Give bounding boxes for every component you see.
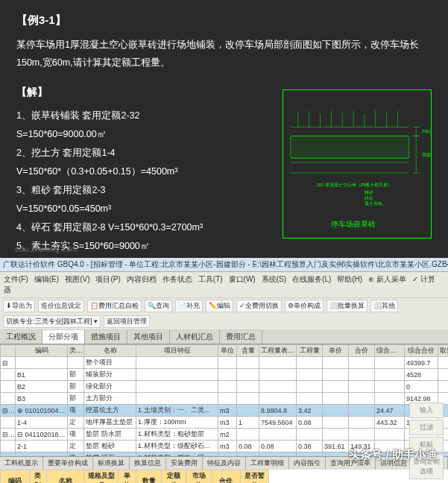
- menu-item[interactable]: 窗口(W): [229, 275, 256, 283]
- tab[interactable]: 费用汇总: [220, 330, 262, 344]
- tool-button[interactable]: 返回项目管理: [104, 315, 150, 328]
- tool-button[interactable]: ⬜其他: [370, 300, 398, 312]
- tool-dropdown[interactable]: 切换专业:三类专业[园林工程] ▾: [3, 315, 101, 328]
- bottom-tab[interactable]: 重要单价构成: [43, 457, 93, 470]
- col-header[interactable]: 定额价: [162, 470, 186, 484]
- tool-button[interactable]: ✏️编辑: [206, 300, 233, 312]
- main-grid[interactable]: 编码类别名称项目特征单位含量工程量表达式工程量单价合价综合单价综合合价取费专业单…: [0, 344, 448, 456]
- col-header[interactable]: 单位: [119, 470, 136, 484]
- col-header[interactable]: 类别: [29, 470, 46, 484]
- menu-item[interactable]: 在线服务(L): [292, 275, 331, 283]
- menu-item[interactable]: 文件(F): [4, 275, 28, 283]
- col-header[interactable]: 单位: [218, 345, 237, 357]
- title-bar: 广联达计价软件 GBQ4.0 - [招标管理 - 单位工程:北京市某某小区-园建…: [0, 258, 448, 272]
- col-header[interactable]: 数量: [136, 470, 162, 484]
- layer-label: 150 厚混凝土空心砖（内嵌土植草皮）: [317, 182, 393, 188]
- svg-rect-2: [291, 136, 408, 158]
- example-title: 【例3-1】: [16, 13, 432, 28]
- side-panel: 输入 过滤 粘贴 查询定制选项: [408, 401, 445, 481]
- col-header[interactable]: 综合单价: [375, 345, 405, 357]
- menu-item[interactable]: 项目(P): [95, 275, 120, 283]
- bottom-tab[interactable]: 特征及内容: [203, 457, 246, 470]
- watermark: edu.zhulong.com: [15, 244, 78, 253]
- col-header[interactable]: [1, 345, 16, 357]
- tool-button[interactable]: 造价位息设定: [38, 300, 84, 312]
- menu-item[interactable]: 内容归档: [127, 275, 157, 283]
- tab[interactable]: 分部分项: [42, 330, 85, 344]
- table-row[interactable]: B1部辅装部分4528[园林绿化工程]: [1, 369, 449, 381]
- col-header[interactable]: 含量: [237, 345, 259, 357]
- menu-bar[interactable]: 文件(F)编辑(E)视图(V)项目(P)内容归档作务状态工具(T)窗口(W)系统…: [0, 272, 448, 298]
- layer-label: 碎石: [364, 195, 373, 201]
- table-row[interactable]: ⊟整个项目49399.7: [1, 357, 449, 369]
- table-row[interactable]: B2部绿化部分0[园林绿化工程]: [1, 381, 449, 393]
- side-button[interactable]: 输入: [409, 402, 444, 418]
- col-header[interactable]: 市场价: [186, 470, 211, 484]
- bottom-tab[interactable]: 换算信息: [130, 457, 166, 470]
- col-header[interactable]: 单价: [323, 345, 349, 357]
- col-header[interactable]: 编码: [16, 345, 68, 357]
- menu-item[interactable]: 视图(V): [65, 275, 89, 283]
- col-header[interactable]: 名称: [84, 345, 136, 357]
- soln-line: 5、素土夯实 S=150*60=9000㎡: [16, 237, 432, 256]
- author-credit: 头条号 / 助手小迪: [349, 448, 437, 462]
- problem-text: 某停车场用1厚混凝土空心嵌草砖进行场地铺装，改停车场局部剖面图如下图所示，改停车…: [16, 37, 432, 72]
- table-row[interactable]: ⊟ 1⊕ 010101004001项挖基坑土方1.土壤类别：一、二类土 2.挖土…: [1, 405, 449, 417]
- tool-button[interactable]: 📋费用汇总自检: [87, 300, 142, 312]
- layer-label: 粗砂: [365, 190, 373, 195]
- bottom-tab[interactable]: 内容指引: [289, 457, 326, 470]
- tool-button[interactable]: ⚙单价构成: [285, 300, 324, 312]
- tool-button[interactable]: ⬜批量换算: [326, 300, 367, 312]
- layer-label: 素土夯实: [365, 201, 382, 206]
- dim-label: 50|150: [422, 129, 431, 133]
- bottom-tab[interactable]: 标准换算: [93, 457, 130, 470]
- bottom-tab[interactable]: 安装费用: [166, 457, 203, 470]
- tab[interactable]: 人材机汇总: [170, 330, 220, 344]
- menu-item[interactable]: 帮助(H): [337, 275, 362, 283]
- tool-button[interactable]: ⬇导出为: [3, 300, 35, 312]
- main-tabs: 工程概况分部分项措施项目其他项目人材机汇总费用汇总: [0, 330, 448, 344]
- menu-item[interactable]: ⊕ 新人采单: [368, 275, 406, 283]
- col-header[interactable]: 工程量表达式: [259, 345, 297, 357]
- col-header[interactable]: 名称: [46, 470, 85, 484]
- table-row[interactable]: ⊟ 2⊟ 041102018001项垫层 防水层1.材料类型：粗砂垫层m2[园林…: [1, 429, 449, 441]
- col-header[interactable]: 规格及型号: [85, 470, 119, 484]
- col-header[interactable]: 工程量: [297, 345, 323, 357]
- tab[interactable]: 工程概况: [0, 330, 42, 344]
- menu-item[interactable]: 作务状态: [163, 275, 192, 283]
- col-header[interactable]: 类别: [68, 345, 84, 357]
- col-header[interactable]: 编码: [1, 470, 30, 484]
- col-header[interactable]: 合价: [211, 470, 241, 484]
- col-header[interactable]: 取费专业: [438, 345, 449, 357]
- col-header[interactable]: 项目特征: [136, 345, 218, 357]
- diagram-caption: 停车场嵌草砖: [331, 220, 376, 228]
- toolbar: ⬇导出为造价位息设定📋费用汇总自检🔍查询📄补充✏️编辑✓全费用切换⚙单价构成⬜批…: [0, 298, 448, 330]
- menu-item[interactable]: 系统(S): [262, 275, 286, 283]
- menu-item[interactable]: 工具(T): [198, 275, 223, 283]
- tab[interactable]: 其他项目: [127, 330, 170, 344]
- tool-button[interactable]: 📄补充: [175, 300, 203, 312]
- table-row[interactable]: B3部土方部分9142.98[园林绿化工程]: [1, 393, 449, 405]
- col-header[interactable]: 合价: [349, 345, 375, 357]
- bottom-tab[interactable]: 工料机显示: [0, 457, 43, 470]
- tab[interactable]: 措施项目: [85, 330, 127, 344]
- side-button[interactable]: 过滤: [409, 420, 444, 435]
- col-header[interactable]: 是否暂估: [241, 470, 269, 484]
- tool-button[interactable]: ✓全费用切换: [236, 300, 282, 312]
- table-row[interactable]: 1-4定地坪厚基土垫层1.厚度：100mmm317549.56040.08443…: [1, 417, 449, 429]
- col-header[interactable]: 综合合价: [405, 345, 438, 357]
- dim-label: 300: [422, 152, 431, 157]
- menu-item[interactable]: 编辑(E): [34, 275, 59, 283]
- bottom-tab[interactable]: 工程量明细: [246, 457, 289, 470]
- material-grid[interactable]: 编码类别名称规格及型号单位数量定额价市场价合价是否暂估 R00001人综合工日工…: [0, 470, 269, 483]
- tool-button[interactable]: 🔍查询: [145, 300, 172, 312]
- section-diagram: 50|150 300 150 厚混凝土空心砖（内嵌土植草皮） 粗砂 碎石 素土夯…: [283, 89, 432, 239]
